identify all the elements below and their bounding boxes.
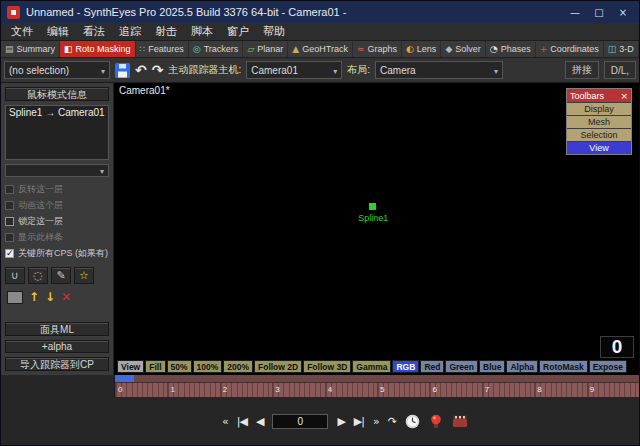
view-btn-50[interactable]: 50% xyxy=(167,360,192,373)
title-bar[interactable]: Unnamed - SynthEyes Pro 2025.5 Build 337… xyxy=(1,1,639,23)
timeline-track[interactable]: 0123456789 xyxy=(114,375,639,397)
tab-summary[interactable]: ▤ Summary xyxy=(1,41,60,57)
redo-button[interactable]: ↷ xyxy=(152,62,164,78)
prev-key-button[interactable]: |◀ xyxy=(237,415,247,428)
spline-color-swatch[interactable] xyxy=(7,291,23,304)
stitch-button[interactable]: 拼接 xyxy=(565,61,599,79)
tab-roto-masking[interactable]: ◧ Roto Masking xyxy=(60,41,136,57)
close-button[interactable]: × xyxy=(611,2,635,22)
menu-item[interactable]: 帮助 xyxy=(256,24,292,39)
undo-button[interactable]: ↶ xyxy=(135,62,147,78)
tab-solver[interactable]: ◆ Solver xyxy=(441,41,485,57)
tab-label: Coordinates xyxy=(550,44,599,54)
spline-list[interactable]: Spline1 → Camera01 xyxy=(5,105,109,160)
view-btn-expose[interactable]: Expose xyxy=(589,360,627,373)
toolbar-panel-item-mesh[interactable]: Mesh xyxy=(567,115,631,128)
show-spline-checkbox[interactable]: 显示此样条 xyxy=(5,231,109,244)
view-btn-follow-3d[interactable]: Follow 3D xyxy=(303,360,351,373)
lock-layer-checkbox[interactable]: 锁定这一层 xyxy=(5,215,109,228)
syntheyes-window: Unnamed - SynthEyes Pro 2025.5 Build 337… xyxy=(0,0,640,446)
tab-3d[interactable]: ◫ 3-D xyxy=(604,41,639,57)
stoplight-button[interactable] xyxy=(429,414,443,429)
view-btn-view[interactable]: View xyxy=(117,360,144,373)
tab-icon: + xyxy=(540,45,548,54)
view-btn-fill[interactable]: Fill xyxy=(145,360,165,373)
viewport-canvas[interactable]: Camera01* Spline1 Toolbars × DisplayMesh… xyxy=(114,83,639,375)
next-key-button[interactable]: ▶| xyxy=(354,415,364,428)
view-btn-alpha[interactable]: Alpha xyxy=(506,360,538,373)
layout-dropdown[interactable]: Camera xyxy=(375,61,503,79)
circle-tool-button[interactable]: ◌ xyxy=(28,267,48,284)
pen-tool-button[interactable]: ✎ xyxy=(51,267,71,284)
prev-frame-button[interactable]: ◀ xyxy=(256,415,263,428)
active-host-dropdown[interactable]: Camera01 xyxy=(246,61,342,79)
tab-lens[interactable]: ◐ Lens xyxy=(402,41,441,57)
key-all-cps-checkbox[interactable]: 关键所有CPS (如果有) xyxy=(5,247,109,260)
maximize-button[interactable]: □ xyxy=(587,2,611,22)
menu-item[interactable]: 文件 xyxy=(4,24,40,39)
tab-icon: ◎ xyxy=(193,45,201,54)
toolbars-panel-items: DisplayMeshSelectionView xyxy=(567,102,631,154)
toolbars-panel: Toolbars × DisplayMeshSelectionView xyxy=(566,88,632,155)
toolbar-panel-item-display[interactable]: Display xyxy=(567,102,631,115)
view-btn-blue[interactable]: Blue xyxy=(479,360,505,373)
animate-layer-checkbox[interactable]: 动画这个层 xyxy=(5,199,109,212)
view-btn-rgb[interactable]: RGB xyxy=(392,360,419,373)
render-button[interactable] xyxy=(452,414,468,428)
timeline-playhead[interactable] xyxy=(115,375,134,382)
spline-tracker[interactable] xyxy=(369,203,376,210)
wand-tool-button[interactable]: ☆ xyxy=(74,267,94,284)
tab-phases[interactable]: ◔ Phases xyxy=(486,41,536,57)
magnet-tool-button[interactable]: ∪ xyxy=(5,267,25,284)
tab-geohtrack[interactable]: ▲ GeoHTrack xyxy=(288,41,353,57)
jump-end-button[interactable]: » xyxy=(373,415,379,428)
invert-layer-checkbox[interactable]: 反转这一层 xyxy=(5,183,109,196)
import-trackers-button[interactable]: 导入跟踪器到CP xyxy=(5,357,109,371)
timeline-tick-label: 6 xyxy=(429,383,481,397)
view-btn-green[interactable]: Green xyxy=(445,360,478,373)
menu-item[interactable]: 射击 xyxy=(148,24,184,39)
tab-graphs[interactable]: ≈ Graphs xyxy=(353,41,402,57)
view-btn-rotomask[interactable]: RotoMask xyxy=(539,360,588,373)
menu-item[interactable]: 脚本 xyxy=(184,24,220,39)
selection-dropdown[interactable]: (no selection) xyxy=(4,61,110,79)
tab-coordinates[interactable]: + Coordinates xyxy=(536,41,604,57)
menu-item[interactable]: 看法 xyxy=(76,24,112,39)
save-button[interactable] xyxy=(115,63,130,78)
view-btn-gamma[interactable]: Gamma xyxy=(352,360,391,373)
clock-button[interactable] xyxy=(405,414,420,429)
active-host-value: Camera01 xyxy=(251,65,298,76)
toolbar-panel-item-selection[interactable]: Selection xyxy=(567,128,631,141)
timeline-ruler[interactable]: 0123456789 xyxy=(115,383,639,397)
timeline-playbar[interactable] xyxy=(115,375,639,383)
tab-label: Features xyxy=(148,44,184,54)
view-btn-red[interactable]: Red xyxy=(420,360,444,373)
mouse-mode-info-button[interactable]: 鼠标模式信息 xyxy=(5,87,109,101)
tab-trackers[interactable]: ◎ Trackers xyxy=(189,41,244,57)
toolbars-panel-header[interactable]: Toolbars × xyxy=(567,89,631,102)
menu-item[interactable]: 编辑 xyxy=(40,24,76,39)
view-btn-follow-2d[interactable]: Follow 2D xyxy=(254,360,302,373)
delete-spline-button[interactable]: ✕ xyxy=(61,290,71,304)
jump-start-button[interactable]: « xyxy=(222,415,228,428)
dl-button[interactable]: D/L, xyxy=(604,61,636,79)
tab-features[interactable]: ∷ Features xyxy=(136,41,189,57)
menu-item[interactable]: 窗户 xyxy=(220,24,256,39)
play-button[interactable]: ▶ xyxy=(337,415,344,428)
move-down-button[interactable]: ↓ xyxy=(45,290,55,304)
minimize-button[interactable]: — xyxy=(563,2,587,22)
layer-dropdown[interactable] xyxy=(5,164,109,177)
move-up-button[interactable]: ↑ xyxy=(29,290,39,304)
spline-list-item[interactable]: Spline1 → Camera01 xyxy=(7,107,107,118)
view-btn-100[interactable]: 100% xyxy=(193,360,223,373)
add-alpha-button[interactable]: +alpha xyxy=(5,340,109,354)
close-icon[interactable]: × xyxy=(620,91,628,101)
loop-button[interactable]: ↷ xyxy=(388,415,396,428)
view-btn-200[interactable]: 200% xyxy=(223,360,253,373)
frame-field[interactable]: 0 xyxy=(272,414,328,429)
toolbar-panel-item-view[interactable]: View xyxy=(567,141,631,154)
tab-planar[interactable]: ▱ Planar xyxy=(243,41,288,57)
menu-item[interactable]: 追踪 xyxy=(112,24,148,39)
checkbox-box xyxy=(5,249,14,258)
mask-ml-button[interactable]: 面具ML xyxy=(5,322,109,336)
